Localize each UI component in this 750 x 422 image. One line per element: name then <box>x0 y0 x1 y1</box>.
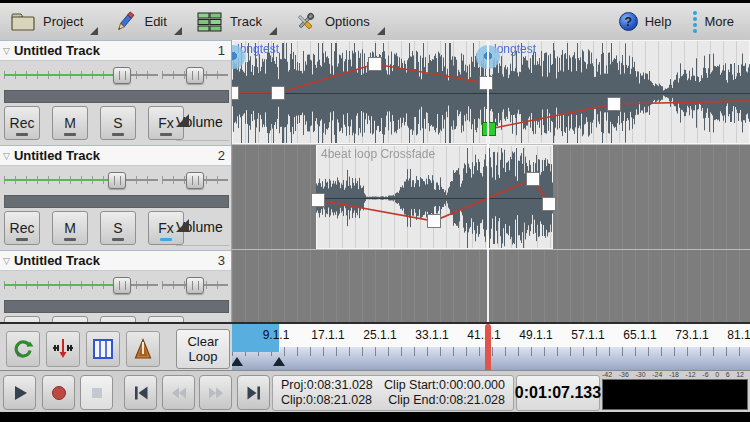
track-section: ▽ Untitled Track 2 Rec M S Fx Volume <box>0 145 231 255</box>
topbar-right-group: ? Help More <box>613 3 750 40</box>
skip-to-start-button[interactable] <box>124 375 157 410</box>
skip-to-end-button[interactable] <box>237 375 270 410</box>
level-meter <box>602 379 748 410</box>
track-number: 1 <box>218 43 225 58</box>
envelope-handle-selected[interactable] <box>483 123 496 136</box>
volume-slider[interactable] <box>4 169 158 191</box>
solo-button[interactable]: S <box>100 211 136 245</box>
track-level-meter <box>4 300 229 313</box>
pan-slider-handle[interactable] <box>186 67 204 84</box>
meter-scale-label: -12 <box>686 371 696 379</box>
loop-toggle-button[interactable] <box>6 331 40 367</box>
envelope-handle[interactable] <box>272 87 285 100</box>
meter-scale-label: 12 <box>736 371 744 379</box>
top-toolbar: Project Edit <box>0 3 750 41</box>
automation-mode-selector[interactable]: Volume <box>176 106 229 141</box>
pan-slider-handle[interactable] <box>186 277 204 294</box>
play-button[interactable] <box>3 375 36 410</box>
envelope-handle[interactable] <box>543 198 556 211</box>
track-name: Untitled Track <box>14 43 100 58</box>
more-button[interactable]: More <box>687 3 740 40</box>
dropdown-corner-icon <box>269 27 277 35</box>
track-number: 2 <box>218 148 225 163</box>
project-menu-button[interactable]: Project <box>0 3 103 40</box>
dropdown-corner-icon <box>176 219 189 232</box>
pencil-icon <box>113 10 137 34</box>
mute-button[interactable]: M <box>52 211 88 245</box>
punch-toggle-button[interactable] <box>46 331 80 367</box>
grid-icon <box>91 337 115 361</box>
meter-scale-label: -36 <box>619 371 629 379</box>
meter-scale-label: 0 <box>715 371 719 379</box>
fast-forward-button[interactable] <box>199 375 232 410</box>
options-menu-button[interactable]: Options <box>282 3 390 40</box>
track-header[interactable]: ▽ Untitled Track 3 <box>0 250 231 271</box>
collapse-chevron-icon[interactable]: ▽ <box>3 151 10 161</box>
track-slider-row <box>0 274 231 296</box>
solo-button[interactable]: S <box>100 106 136 140</box>
envelope-handle[interactable] <box>480 77 493 90</box>
envelope-handle[interactable] <box>527 173 540 186</box>
dropdown-corner-icon <box>377 27 385 35</box>
pan-slider[interactable] <box>162 274 228 296</box>
mute-button[interactable]: M <box>52 106 88 140</box>
envelope-handle[interactable] <box>608 98 621 111</box>
track-lanes[interactable]: longtest longtest 4beat loop Crossfade <box>232 40 750 322</box>
volume-slider-handle[interactable] <box>113 67 131 84</box>
pan-slider[interactable] <box>162 169 228 191</box>
ruler-labels: 9.1.117.1.125.1.133.1.141.1.149.1.157.1.… <box>232 324 750 347</box>
meter-scale-label: 6 <box>726 371 730 379</box>
envelope-handle[interactable] <box>312 194 325 207</box>
stop-button[interactable] <box>80 375 113 410</box>
collapse-chevron-icon[interactable]: ▽ <box>3 256 10 266</box>
track-menu-label: Track <box>230 14 262 29</box>
main-time-display[interactable]: 0:01:07.133 <box>516 375 600 411</box>
clear-loop-button[interactable]: Clear Loop <box>176 329 230 369</box>
ruler-label: 41.1.1 <box>467 328 500 342</box>
help-label: Help <box>645 14 672 29</box>
meter-scale-label: -30 <box>635 371 645 379</box>
playhead-line <box>487 40 489 322</box>
edit-menu-button[interactable]: Edit <box>103 3 186 40</box>
rec-button[interactable]: Rec <box>4 106 40 140</box>
ruler-playhead-marker[interactable] <box>485 324 491 370</box>
envelope-handle[interactable] <box>369 58 382 71</box>
more-dots-icon <box>693 11 697 33</box>
track-section: ▽ Untitled Track 1 Rec M S Fx Volume <box>0 40 231 150</box>
track-menu-button[interactable]: Track <box>187 3 282 40</box>
timeline-ruler[interactable]: 9.1.117.1.125.1.133.1.141.1.149.1.157.1.… <box>232 324 750 370</box>
volume-slider[interactable] <box>4 64 158 86</box>
track-name: Untitled Track <box>14 148 100 163</box>
clip-start-readout: Clip Start:0:00:00.000 <box>384 378 505 393</box>
loop-end-marker-icon[interactable] <box>273 357 285 366</box>
track-header[interactable]: ▽ Untitled Track 1 <box>0 40 231 61</box>
volume-slider[interactable] <box>4 274 158 296</box>
collapse-chevron-icon[interactable]: ▽ <box>3 46 10 56</box>
ruler-label: 65.1.1 <box>623 328 656 342</box>
track-section: ▽ Untitled Track 3 Rec M S Fx Volume <box>0 250 231 322</box>
metronome-button[interactable] <box>126 331 160 367</box>
loop-start-marker-icon[interactable] <box>232 357 243 366</box>
record-button[interactable] <box>42 375 75 410</box>
automation-mode-selector[interactable]: Volume <box>176 211 229 246</box>
envelope-handle[interactable] <box>232 87 239 100</box>
skip-start-icon <box>131 383 151 403</box>
snap-grid-button[interactable] <box>86 331 120 367</box>
pan-slider[interactable] <box>162 64 228 86</box>
track-slider-row <box>0 169 231 191</box>
track-level-meter <box>4 90 229 103</box>
fast-forward-icon <box>206 383 226 403</box>
volume-slider-handle[interactable] <box>108 172 126 189</box>
rec-button[interactable]: Rec <box>4 211 40 245</box>
envelope-handle[interactable] <box>428 215 441 228</box>
ruler-label: 49.1.1 <box>519 328 552 342</box>
pan-slider-handle[interactable] <box>186 172 204 189</box>
ruler-tick-strip <box>232 347 750 370</box>
rewind-button[interactable] <box>162 375 195 410</box>
track-header[interactable]: ▽ Untitled Track 2 <box>0 145 231 166</box>
track-level-meter <box>4 195 229 208</box>
meter-scale-label: -6 <box>702 371 708 379</box>
volume-slider-handle[interactable] <box>113 277 131 294</box>
help-button[interactable]: ? Help <box>613 3 678 40</box>
loop-icon <box>11 337 35 361</box>
